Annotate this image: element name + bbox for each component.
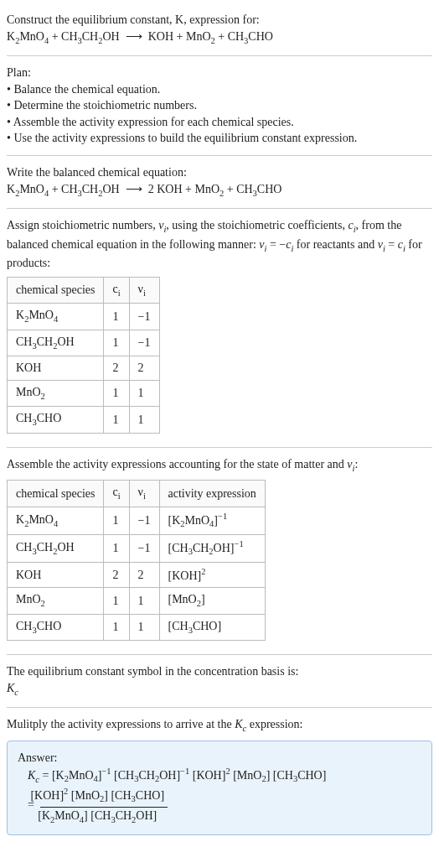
- divider: [7, 155, 432, 156]
- th-ci: ci: [104, 481, 129, 507]
- plan-item: • Assemble the activity expression for e…: [7, 114, 432, 131]
- plan-item: • Determine the stoichiometric numbers.: [7, 97, 432, 114]
- multiply-section: Mulitply the activity expressions to arr…: [7, 711, 432, 845]
- cell: 1: [129, 407, 159, 433]
- table-row: CH3CHO 1 1: [8, 407, 160, 433]
- th-vi: νi: [129, 481, 159, 507]
- intro-section: Construct the equilibrium constant, K, e…: [7, 7, 432, 52]
- assemble-text: Assemble the activity expressions accoun…: [7, 456, 432, 475]
- th-species: chemical species: [8, 481, 104, 507]
- cell: 2: [104, 356, 129, 381]
- table-row: MnO2 1 1 [MnO2]: [8, 588, 266, 614]
- table-header-row: chemical species ci νi: [8, 277, 160, 303]
- cell: −1: [129, 304, 159, 330]
- cell: 1: [129, 588, 159, 614]
- table-row: CH3CH2OH 1 −1: [8, 330, 160, 356]
- stoich-assign-text: Assign stoichiometric numbers, νi, using…: [7, 217, 432, 272]
- kc-symbol-section: The equilibrium constant symbol in the c…: [7, 658, 432, 704]
- cell: [K2MnO4]−1: [159, 507, 265, 534]
- plan-item: • Balance the chemical equation.: [7, 81, 432, 98]
- cell: 2: [129, 356, 159, 381]
- table-row: MnO2 1 1: [8, 380, 160, 406]
- balanced-heading: Write the balanced chemical equation:: [7, 164, 432, 181]
- cell: 1: [104, 614, 129, 640]
- cell: CH3CHO: [8, 407, 104, 433]
- fraction-denominator: [K2MnO4] [CH3CH2OH]: [40, 808, 168, 826]
- cell: −1: [129, 534, 159, 562]
- table-row: CH3CHO 1 1 [CH3CHO]: [8, 614, 266, 640]
- intro-line1: Construct the equilibrium constant, K, e…: [7, 12, 432, 29]
- cell: 1: [104, 507, 129, 534]
- balanced-section: Write the balanced chemical equation: K2…: [7, 159, 432, 205]
- cell: CH3CHO: [8, 614, 104, 640]
- cell: CH3CH2OH: [8, 330, 104, 356]
- cell: [CH3CH2OH]−1: [159, 534, 265, 562]
- cell: [CH3CHO]: [159, 614, 265, 640]
- answer-fraction: [KOH]2 [MnO2] [CH3CHO] [K2MnO4] [CH3CH2O…: [40, 786, 168, 826]
- stoich-table: chemical species ci νi K2MnO4 1 −1 CH3CH…: [7, 277, 160, 434]
- cell: 1: [104, 330, 129, 356]
- answer-line1: Kc = [K2MnO4]−1 [CH3CH2OH]−1 [KOH]2 [MnO…: [41, 766, 421, 786]
- answer-box: Answer: Kc = [K2MnO4]−1 [CH3CH2OH]−1 [KO…: [7, 741, 432, 835]
- cell: K2MnO4: [8, 507, 104, 534]
- table-row: KOH 2 2: [8, 356, 160, 381]
- th-activity: activity expression: [159, 481, 265, 507]
- cell: 1: [104, 534, 129, 562]
- fraction-numerator: [KOH]2 [MnO2] [CH3CHO]: [40, 786, 168, 807]
- plan-item: • Use the activity expressions to build …: [7, 130, 432, 147]
- cell: 1: [104, 380, 129, 406]
- cell: K2MnO4: [8, 304, 104, 330]
- table-header-row: chemical species ci νi activity expressi…: [8, 481, 266, 507]
- cell: 1: [104, 304, 129, 330]
- stoich-assign-section: Assign stoichiometric numbers, νi, using…: [7, 212, 432, 444]
- cell: 1: [129, 380, 159, 406]
- plan-section: Plan: • Balance the chemical equation. •…: [7, 60, 432, 152]
- multiply-text: Mulitply the activity expressions to arr…: [7, 716, 432, 735]
- cell: MnO2: [8, 380, 104, 406]
- cell: KOH: [8, 356, 104, 381]
- th-species: chemical species: [8, 277, 104, 303]
- cell: 1: [129, 614, 159, 640]
- table-row: K2MnO4 1 −1 [K2MnO4]−1: [8, 507, 266, 534]
- divider: [7, 654, 432, 655]
- table-row: CH3CH2OH 1 −1 [CH3CH2OH]−1: [8, 534, 266, 562]
- plan-heading: Plan:: [7, 65, 432, 81]
- activity-table: chemical species ci νi activity expressi…: [7, 480, 266, 641]
- divider: [7, 707, 432, 708]
- cell: 1: [104, 407, 129, 433]
- cell: −1: [129, 507, 159, 534]
- cell: KOH: [8, 562, 104, 587]
- table-row: KOH 2 2 [KOH]2: [8, 562, 266, 587]
- intro-equation: K2MnO4 + CH3CH2OH ⟶ KOH + MnO2 + CH3CHO: [7, 29, 432, 47]
- kc-symbol: Kc: [7, 680, 432, 699]
- cell: 2: [129, 562, 159, 587]
- cell: CH3CH2OH: [8, 534, 104, 562]
- cell: [KOH]2: [159, 562, 265, 587]
- answer-label: Answer:: [18, 750, 421, 767]
- cell: 2: [104, 562, 129, 587]
- kc-symbol-text: The equilibrium constant symbol in the c…: [7, 663, 432, 680]
- answer-line2: = [KOH]2 [MnO2] [CH3CHO] [K2MnO4] [CH3CH…: [41, 786, 421, 826]
- divider: [7, 55, 432, 56]
- divider: [7, 208, 432, 209]
- th-ci: ci: [104, 277, 129, 303]
- cell: [MnO2]: [159, 588, 265, 614]
- cell: −1: [129, 330, 159, 356]
- table-row: K2MnO4 1 −1: [8, 304, 160, 330]
- th-vi: νi: [129, 277, 159, 303]
- divider: [7, 447, 432, 448]
- balanced-equation: K2MnO4 + CH3CH2OH ⟶ 2 KOH + MnO2 + CH3CH…: [7, 181, 432, 200]
- cell: MnO2: [8, 588, 104, 614]
- cell: 1: [104, 588, 129, 614]
- activity-section: Assemble the activity expressions accoun…: [7, 451, 432, 651]
